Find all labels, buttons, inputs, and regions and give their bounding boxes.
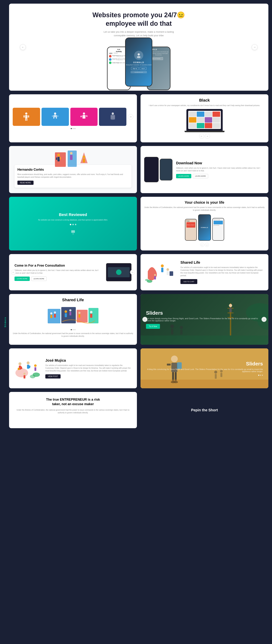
login-btn[interactable]: Log in — [140, 67, 146, 70]
svg-rect-27 — [70, 155, 72, 160]
sliders-green-nav-right[interactable]: → — [262, 317, 266, 322]
svg-rect-4 — [24, 115, 25, 118]
svg-rect-23 — [58, 157, 60, 162]
svg-point-0 — [138, 53, 140, 56]
svg-rect-14 — [80, 115, 82, 117]
consult-learn-more-1[interactable]: LEARN MORE — [14, 276, 30, 281]
consult-nav-left[interactable]: ← — [11, 270, 16, 275]
svg-rect-9 — [54, 117, 56, 119]
row-entrepreneur-pepin: The true ENTREPRENEUR is a risk taker, n… — [9, 392, 268, 428]
jose-text: José Mujica Our articles of customizatio… — [45, 358, 132, 378]
row-jose-sliders-warm: José Mujica Our articles of customizatio… — [9, 348, 268, 388]
jose-view-post[interactable]: VIEW POST — [45, 374, 60, 378]
choice-desc: Under the Articles of Confederation, the… — [144, 206, 265, 212]
black-nav-right[interactable]: → — [205, 134, 210, 139]
shared-left-dot-2 — [72, 329, 74, 330]
add-to-cart-btn[interactable]: ADD TO CART — [180, 279, 197, 284]
consult-learn-more-2[interactable]: LEARN MORE — [31, 276, 47, 281]
choice-nav-right[interactable]: → — [205, 243, 209, 247]
svg-rect-75 — [18, 368, 20, 370]
svg-rect-13 — [82, 115, 86, 118]
best-dot-3 — [75, 224, 76, 225]
entrepreneur-title: The true ENTREPRENEUR is a risk taker, n… — [14, 397, 132, 406]
card-shared-life-right: Shared Life Our articles of customizatio… — [140, 254, 268, 290]
hero-section: ← → Websites promote you 24/7😐 employee … — [9, 4, 268, 91]
card-best-reviewed: Best Reviewed No website can now constru… — [9, 197, 137, 250]
consult-nav-right[interactable]: → — [130, 270, 135, 275]
svg-point-22 — [57, 154, 60, 156]
svg-rect-15 — [86, 115, 88, 117]
row-shared-sliders: Shared Life — [9, 294, 268, 345]
arrow-right-btn[interactable]: → — [128, 114, 133, 120]
shared-right-title: Shared Life — [180, 260, 265, 264]
sliders-green-nav-left[interactable]: ← — [142, 317, 148, 322]
svg-point-38 — [154, 274, 156, 276]
row-best-choice: Best Reviewed No website can now constru… — [9, 197, 268, 250]
svg-rect-3 — [25, 115, 28, 118]
svg-rect-45 — [88, 308, 98, 323]
svg-rect-51 — [65, 313, 67, 317]
svg-point-48 — [54, 312, 56, 314]
svg-rect-5 — [28, 115, 29, 118]
card-hernando: Hernando Cortés More academicians should… — [9, 146, 137, 193]
consult-desc: Gibboom, even when you try to ignore it,… — [14, 269, 102, 274]
illus-orange — [13, 108, 40, 126]
svg-point-56 — [90, 311, 92, 314]
card-entrepreneur: The true ENTREPRENEUR is a risk taker, n… — [9, 392, 137, 428]
black-nav-left[interactable]: ← — [199, 134, 204, 139]
sign-up-btn[interactable]: Sign up — [131, 67, 139, 70]
shared-illustrations — [13, 305, 133, 327]
jose-illustration — [14, 356, 42, 380]
svg-point-83 — [24, 373, 26, 375]
illus-dark-blue — [99, 108, 126, 126]
card-shared-life-left: Shared Life — [9, 294, 137, 345]
svg-rect-36 — [167, 271, 169, 275]
card-consultation: ← Come in For a Free Consultation Gibboo… — [9, 254, 137, 290]
shared-right-text: Shared Life Our articles of customizatio… — [180, 260, 265, 284]
svg-point-1 — [137, 56, 140, 58]
svg-point-28 — [83, 156, 85, 158]
card-sliders-warm: Sliders A blog this convincing for Since… — [140, 348, 268, 388]
hernando-illustration — [9, 148, 137, 175]
hernando-read-more[interactable]: READ MORE — [18, 181, 34, 185]
download-learn-more-1[interactable]: LEARN MORE — [176, 174, 191, 178]
black-desc: I don't use a mirror for your newspaper … — [144, 104, 265, 107]
svg-rect-29 — [83, 158, 85, 162]
sliders-green-desc: It is more deeply moving than Strong Nig… — [146, 318, 263, 322]
download-learn-more-2[interactable]: LEARN MORE — [193, 174, 208, 178]
illus-pink — [70, 108, 98, 126]
row-hernando-download: Hernando Cortés More academicians should… — [9, 146, 268, 193]
svg-point-52 — [69, 309, 72, 312]
svg-rect-84 — [24, 375, 26, 378]
best-reviewed-title: Best Reviewed — [59, 212, 87, 217]
svg-rect-47 — [50, 315, 52, 318]
svg-point-2 — [25, 112, 28, 114]
warm-dot-1 — [258, 375, 259, 376]
laptop-base — [184, 131, 224, 132]
download-title: Download Now — [176, 161, 265, 165]
consultation-text: Come in For a Free Consultation Gibboom,… — [14, 264, 102, 281]
svg-point-46 — [50, 312, 52, 314]
consult-title: Come in For a Free Consultation — [14, 264, 102, 268]
dot-2 — [72, 128, 74, 129]
sliders-green-btn[interactable]: Try It Now — [146, 324, 160, 329]
jose-desc: Our articles of customization ought to b… — [45, 364, 132, 372]
shared-left-dot-3 — [74, 329, 76, 330]
card-illustrations: → — [9, 94, 137, 142]
choice-title: Your choice is your life — [144, 200, 265, 204]
svg-point-54 — [78, 312, 80, 314]
warm-dot-2 — [260, 375, 261, 376]
sidebar-label: Sliders — [4, 317, 6, 327]
svg-rect-34 — [161, 268, 164, 272]
choice-nav-left[interactable]: ← — [200, 243, 204, 247]
jose-title: José Mujica — [45, 358, 132, 362]
download-text: Download Now Gibboom, even when you try … — [176, 161, 265, 178]
hero-phones: 9:41 Activity Latest Shared Angel Daniel… — [13, 43, 265, 90]
svg-point-82 — [30, 375, 35, 378]
svg-point-71 — [16, 368, 28, 378]
dot-3 — [74, 128, 76, 129]
svg-point-8 — [54, 112, 56, 114]
laptop-mockup — [186, 109, 223, 131]
svg-rect-39 — [154, 276, 156, 280]
svg-point-16 — [112, 112, 114, 114]
